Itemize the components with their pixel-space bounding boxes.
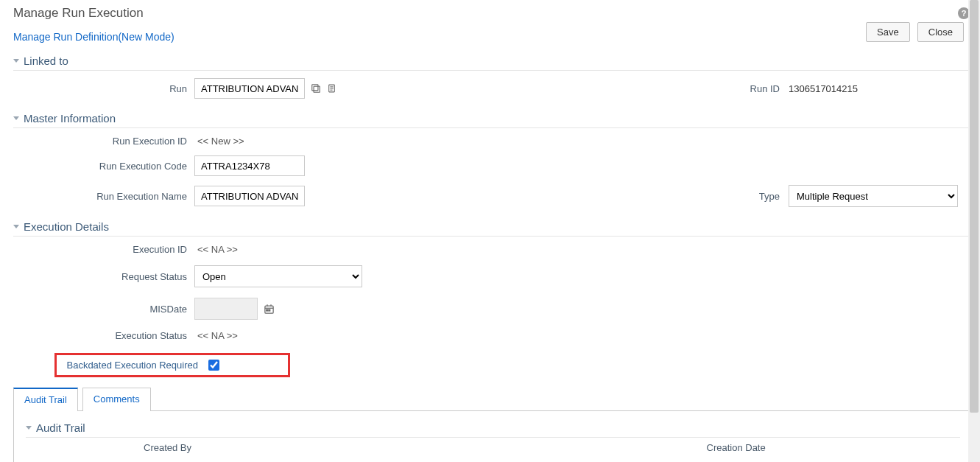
scrollbar-thumb[interactable]	[970, 0, 979, 413]
run-id-label: Run ID	[474, 83, 789, 94]
request-status-select[interactable]: Open	[194, 265, 362, 287]
run-execution-code-label: Run Execution Code	[13, 161, 194, 172]
run-id-value: 1306517014215	[789, 83, 973, 94]
vertical-scrollbar[interactable]	[968, 0, 980, 462]
section-audit-trail[interactable]: Audit Trail	[26, 419, 960, 438]
tab-panel-audit-trail: Audit Trail Created By Creation Date Las…	[13, 410, 973, 462]
backdated-execution-checkbox[interactable]	[208, 360, 219, 371]
execution-id-label: Execution ID	[13, 244, 194, 255]
run-execution-id-value: << New >>	[194, 136, 244, 147]
run-execution-id-label: Run Execution ID	[13, 136, 194, 147]
type-select[interactable]: Multiple Request	[789, 185, 958, 207]
misdate-input	[194, 298, 258, 320]
copy-run-icon[interactable]	[327, 83, 336, 94]
type-label: Type	[474, 191, 789, 202]
backdated-execution-label: Backdated Execution Required	[63, 360, 198, 371]
save-button[interactable]: Save	[866, 22, 910, 42]
chevron-down-icon	[13, 59, 19, 63]
created-by-label: Created By	[26, 442, 493, 453]
svg-rect-0	[312, 85, 318, 91]
run-label: Run	[13, 83, 194, 94]
close-button[interactable]: Close	[917, 22, 964, 42]
page-title: Manage Run Execution	[13, 6, 144, 21]
chevron-down-icon	[26, 426, 32, 430]
section-linked-to[interactable]: Linked to	[13, 52, 973, 71]
section-execution-details-label: Execution Details	[24, 220, 109, 233]
run-execution-name-input[interactable]	[194, 186, 305, 206]
creation-date-label: Creation Date	[493, 442, 961, 453]
backdated-execution-highlight: Backdated Execution Required	[54, 353, 290, 377]
section-master-info-label: Master Information	[24, 112, 116, 125]
section-audit-trail-label: Audit Trail	[36, 421, 85, 434]
section-execution-details[interactable]: Execution Details	[13, 217, 973, 237]
calendar-icon[interactable]	[264, 304, 275, 315]
execution-status-label: Execution Status	[13, 330, 194, 341]
tab-audit-trail[interactable]: Audit Trail	[13, 388, 78, 411]
misdate-label: MISDate	[13, 304, 194, 315]
execution-id-value: << NA >>	[194, 244, 238, 255]
svg-rect-1	[314, 86, 320, 92]
manage-run-definition-link[interactable]: Manage Run Definition(New Mode)	[13, 31, 175, 43]
section-master-info[interactable]: Master Information	[13, 109, 973, 128]
section-linked-to-label: Linked to	[24, 55, 68, 67]
run-input[interactable]	[194, 78, 305, 99]
run-execution-name-label: Run Execution Name	[13, 191, 194, 202]
svg-rect-10	[267, 309, 268, 311]
run-execution-code-input[interactable]	[194, 155, 305, 176]
pick-run-icon[interactable]	[311, 83, 321, 94]
chevron-down-icon	[13, 225, 19, 228]
execution-status-value: << NA >>	[194, 330, 238, 341]
request-status-label: Request Status	[13, 271, 194, 282]
tab-comments[interactable]: Comments	[82, 388, 151, 411]
svg-rect-11	[269, 309, 270, 311]
chevron-down-icon	[13, 116, 19, 120]
